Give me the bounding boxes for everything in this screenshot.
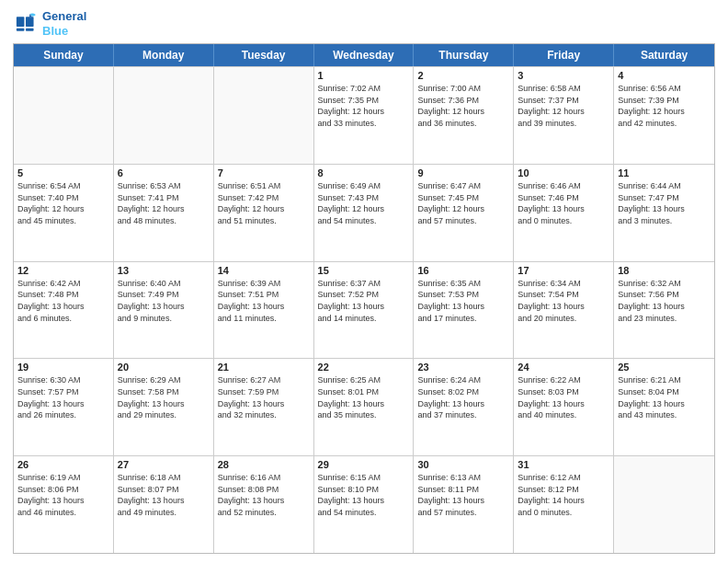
day-number: 30 xyxy=(417,459,509,470)
day-info: Sunrise: 6:44 AM Sunset: 7:47 PM Dayligh… xyxy=(618,180,711,226)
calendar-header: SundayMondayTuesdayWednesdayThursdayFrid… xyxy=(14,44,714,66)
day-cell-19: 19Sunrise: 6:30 AM Sunset: 7:57 PM Dayli… xyxy=(14,359,114,455)
day-header-thursday: Thursday xyxy=(414,44,514,66)
day-cell-11: 11Sunrise: 6:44 AM Sunset: 7:47 PM Dayli… xyxy=(614,165,714,261)
day-number: 6 xyxy=(118,167,210,178)
day-number: 11 xyxy=(618,167,711,178)
day-info: Sunrise: 6:13 AM Sunset: 8:11 PM Dayligh… xyxy=(417,472,509,518)
day-number: 16 xyxy=(417,265,509,276)
day-number: 17 xyxy=(518,265,609,276)
day-info: Sunrise: 6:30 AM Sunset: 7:57 PM Dayligh… xyxy=(17,374,109,420)
day-number: 7 xyxy=(218,167,310,178)
day-info: Sunrise: 6:18 AM Sunset: 8:07 PM Dayligh… xyxy=(118,472,210,518)
day-info: Sunrise: 6:21 AM Sunset: 8:04 PM Dayligh… xyxy=(618,374,711,420)
day-number: 21 xyxy=(218,362,310,373)
day-cell-empty xyxy=(14,67,114,164)
day-cell-1: 1Sunrise: 7:02 AM Sunset: 7:35 PM Daylig… xyxy=(314,67,415,164)
day-number: 9 xyxy=(417,167,509,178)
day-number: 25 xyxy=(618,362,711,373)
day-info: Sunrise: 6:16 AM Sunset: 8:08 PM Dayligh… xyxy=(218,472,310,518)
day-number: 14 xyxy=(218,265,310,276)
day-number: 29 xyxy=(318,459,410,470)
day-number: 27 xyxy=(118,459,210,470)
day-info: Sunrise: 6:34 AM Sunset: 7:54 PM Dayligh… xyxy=(518,278,609,324)
day-cell-21: 21Sunrise: 6:27 AM Sunset: 7:59 PM Dayli… xyxy=(214,359,314,455)
day-info: Sunrise: 6:53 AM Sunset: 7:41 PM Dayligh… xyxy=(118,180,210,226)
day-info: Sunrise: 6:47 AM Sunset: 7:45 PM Dayligh… xyxy=(417,180,509,226)
day-header-friday: Friday xyxy=(514,44,614,66)
day-info: Sunrise: 6:56 AM Sunset: 7:39 PM Dayligh… xyxy=(618,83,711,129)
day-number: 10 xyxy=(518,167,609,178)
calendar-body: 1Sunrise: 7:02 AM Sunset: 7:35 PM Daylig… xyxy=(14,66,714,553)
day-info: Sunrise: 6:15 AM Sunset: 8:10 PM Dayligh… xyxy=(318,472,410,518)
day-cell-22: 22Sunrise: 6:25 AM Sunset: 8:01 PM Dayli… xyxy=(314,359,415,455)
day-info: Sunrise: 6:42 AM Sunset: 7:48 PM Dayligh… xyxy=(17,278,109,324)
day-cell-empty xyxy=(214,67,314,164)
day-header-saturday: Saturday xyxy=(614,44,714,66)
week-row-1: 1Sunrise: 7:02 AM Sunset: 7:35 PM Daylig… xyxy=(14,66,714,164)
day-cell-empty xyxy=(114,67,214,164)
logo-icon xyxy=(13,11,39,37)
day-info: Sunrise: 6:51 AM Sunset: 7:42 PM Dayligh… xyxy=(218,180,310,226)
day-info: Sunrise: 6:29 AM Sunset: 7:58 PM Dayligh… xyxy=(118,374,210,420)
day-cell-18: 18Sunrise: 6:32 AM Sunset: 7:56 PM Dayli… xyxy=(614,262,714,359)
day-number: 28 xyxy=(218,459,310,470)
day-number: 18 xyxy=(618,265,711,276)
day-cell-28: 28Sunrise: 6:16 AM Sunset: 8:08 PM Dayli… xyxy=(214,456,314,553)
day-header-wednesday: Wednesday xyxy=(314,44,415,66)
day-number: 4 xyxy=(618,70,711,81)
day-header-monday: Monday xyxy=(114,44,214,66)
day-info: Sunrise: 6:49 AM Sunset: 7:43 PM Dayligh… xyxy=(318,180,410,226)
day-info: Sunrise: 6:58 AM Sunset: 7:37 PM Dayligh… xyxy=(518,83,609,129)
day-number: 23 xyxy=(417,362,509,373)
week-row-3: 12Sunrise: 6:42 AM Sunset: 7:48 PM Dayli… xyxy=(14,261,714,359)
day-info: Sunrise: 6:12 AM Sunset: 8:12 PM Dayligh… xyxy=(518,472,609,518)
svg-rect-4 xyxy=(26,28,34,30)
day-cell-20: 20Sunrise: 6:29 AM Sunset: 7:58 PM Dayli… xyxy=(114,359,214,455)
day-cell-6: 6Sunrise: 6:53 AM Sunset: 7:41 PM Daylig… xyxy=(114,165,214,261)
day-cell-12: 12Sunrise: 6:42 AM Sunset: 7:48 PM Dayli… xyxy=(14,262,114,359)
day-cell-10: 10Sunrise: 6:46 AM Sunset: 7:46 PM Dayli… xyxy=(514,165,614,261)
day-header-sunday: Sunday xyxy=(14,44,114,66)
day-number: 24 xyxy=(518,362,609,373)
day-header-tuesday: Tuesday xyxy=(214,44,314,66)
day-info: Sunrise: 6:35 AM Sunset: 7:53 PM Dayligh… xyxy=(417,278,509,324)
week-row-4: 19Sunrise: 6:30 AM Sunset: 7:57 PM Dayli… xyxy=(14,358,714,455)
week-row-5: 26Sunrise: 6:19 AM Sunset: 8:06 PM Dayli… xyxy=(14,455,714,553)
day-cell-empty xyxy=(614,456,714,553)
day-info: Sunrise: 6:25 AM Sunset: 8:01 PM Dayligh… xyxy=(318,374,410,420)
day-info: Sunrise: 6:32 AM Sunset: 7:56 PM Dayligh… xyxy=(618,278,711,324)
svg-rect-2 xyxy=(26,17,34,27)
day-info: Sunrise: 7:00 AM Sunset: 7:36 PM Dayligh… xyxy=(417,83,509,129)
day-cell-13: 13Sunrise: 6:40 AM Sunset: 7:49 PM Dayli… xyxy=(114,262,214,359)
day-info: Sunrise: 6:39 AM Sunset: 7:51 PM Dayligh… xyxy=(218,278,310,324)
day-number: 13 xyxy=(118,265,210,276)
day-cell-15: 15Sunrise: 6:37 AM Sunset: 7:52 PM Dayli… xyxy=(314,262,415,359)
day-info: Sunrise: 6:19 AM Sunset: 8:06 PM Dayligh… xyxy=(17,472,109,518)
day-cell-30: 30Sunrise: 6:13 AM Sunset: 8:11 PM Dayli… xyxy=(414,456,514,553)
day-cell-25: 25Sunrise: 6:21 AM Sunset: 8:04 PM Dayli… xyxy=(614,359,714,455)
day-cell-31: 31Sunrise: 6:12 AM Sunset: 8:12 PM Dayli… xyxy=(514,456,614,553)
day-number: 5 xyxy=(17,167,109,178)
day-number: 3 xyxy=(518,70,609,81)
day-number: 8 xyxy=(318,167,410,178)
day-cell-16: 16Sunrise: 6:35 AM Sunset: 7:53 PM Dayli… xyxy=(414,262,514,359)
svg-rect-3 xyxy=(17,28,25,30)
day-cell-24: 24Sunrise: 6:22 AM Sunset: 8:03 PM Dayli… xyxy=(514,359,614,455)
day-cell-23: 23Sunrise: 6:24 AM Sunset: 8:02 PM Dayli… xyxy=(414,359,514,455)
day-info: Sunrise: 6:27 AM Sunset: 7:59 PM Dayligh… xyxy=(218,374,310,420)
week-row-2: 5Sunrise: 6:54 AM Sunset: 7:40 PM Daylig… xyxy=(14,164,714,261)
logo-text: General Blue xyxy=(42,9,86,38)
day-cell-7: 7Sunrise: 6:51 AM Sunset: 7:42 PM Daylig… xyxy=(214,165,314,261)
day-info: Sunrise: 6:54 AM Sunset: 7:40 PM Dayligh… xyxy=(17,180,109,226)
day-cell-17: 17Sunrise: 6:34 AM Sunset: 7:54 PM Dayli… xyxy=(514,262,614,359)
header: General Blue xyxy=(13,9,715,38)
day-number: 1 xyxy=(318,70,410,81)
day-info: Sunrise: 6:46 AM Sunset: 7:46 PM Dayligh… xyxy=(518,180,609,226)
day-number: 22 xyxy=(318,362,410,373)
svg-rect-1 xyxy=(17,17,25,27)
day-number: 19 xyxy=(17,362,109,373)
day-number: 2 xyxy=(417,70,509,81)
day-cell-27: 27Sunrise: 6:18 AM Sunset: 8:07 PM Dayli… xyxy=(114,456,214,553)
day-cell-9: 9Sunrise: 6:47 AM Sunset: 7:45 PM Daylig… xyxy=(414,165,514,261)
